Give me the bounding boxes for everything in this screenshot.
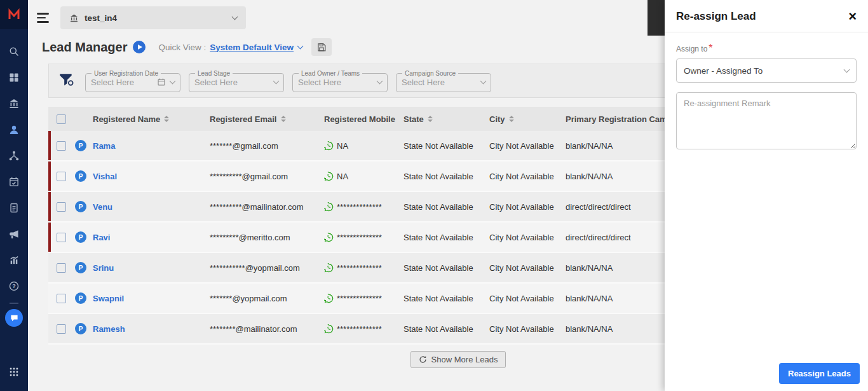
select-all-checkbox[interactable] [57,114,66,124]
institution-icon[interactable] [0,90,28,116]
whatsapp-icon[interactable] [324,172,334,181]
required-asterisk: * [709,43,712,53]
filter-placeholder: Select Here [402,78,445,87]
lead-type-badge: P [75,201,86,212]
masked-email: *******@gmail.com [210,141,278,151]
workflow-icon[interactable] [0,142,28,168]
filter-dropdown[interactable]: Campaign Source Select Here [396,70,491,92]
filter-placeholder: Select Here [298,78,341,87]
whatsapp-icon[interactable] [324,324,334,334]
svg-text:?: ? [12,283,16,289]
leads-icon[interactable] [0,116,28,142]
workspace-name: test_in4 [85,13,117,23]
sort-icon[interactable] [509,116,514,123]
column-header[interactable]: Registered Name [93,114,210,124]
calendar-icon[interactable] [0,168,28,195]
cell-registered-name: Vishal [93,172,210,181]
documents-icon[interactable] [0,195,28,221]
sort-icon[interactable] [281,116,286,123]
column-label: Registered Name [93,114,160,124]
sidebar: ? [0,0,28,391]
row-checkbox[interactable] [57,263,66,273]
cell-registered-name: Ravi [93,233,210,242]
sort-icon[interactable] [164,116,169,123]
row-checkbox[interactable] [57,172,66,181]
whatsapp-icon[interactable] [324,263,334,273]
search-icon[interactable] [0,38,28,64]
row-checkbox-cell [48,141,74,151]
filter-dropdown[interactable]: Lead Owner / Teams Select Here [292,70,388,92]
assign-to-select[interactable]: Owner - Assigned To [676,58,857,83]
masked-email: ***********@yopmail.com [210,263,300,273]
marketing-icon[interactable] [0,221,28,247]
whatsapp-icon[interactable] [324,141,334,151]
cell-registered-name: Ramesh [93,324,210,334]
overlay-dark-strip [648,0,665,36]
save-view-button[interactable] [311,38,332,56]
brand-logo[interactable] [0,0,28,29]
cell-state: State Not Available [403,294,489,303]
quick-view-selector[interactable]: System Default View [210,43,302,52]
lead-name-link[interactable]: Venu [93,202,112,212]
cell-registered-email: *******@yopmail.com [210,294,324,303]
row-checkbox[interactable] [57,294,66,303]
lead-name-link[interactable]: Srinu [93,263,114,273]
advanced-filter-icon[interactable] [58,71,74,90]
help-icon[interactable]: ? [0,273,28,299]
filter-label: User Registration Date [92,70,161,77]
cell-registered-email: ********@mailinator.com [210,324,324,334]
lead-name-link[interactable]: Ramesh [93,324,125,334]
whatsapp-icon[interactable] [324,202,334,212]
cell-state: State Not Available [403,141,489,151]
chevron-down-icon [170,78,176,84]
reassign-leads-button[interactable]: Reassign Leads [779,363,860,384]
lead-type-badge: P [75,292,86,304]
column-label: City [489,114,505,124]
lead-name-link[interactable]: Vishal [93,172,117,181]
column-header[interactable]: Registered Mobile [324,114,403,124]
column-header[interactable]: State [403,114,489,124]
filter-label: Lead Owner / Teams [299,70,362,77]
apps-grid-icon[interactable] [0,359,28,385]
filter-dropdown[interactable]: User Registration Date Select Here [85,70,180,92]
masked-mobile: NA [337,172,348,181]
whatsapp-icon[interactable] [324,233,334,242]
quick-view-value: System Default View [210,43,294,52]
institution-small-icon [69,13,79,23]
masked-mobile: ************** [337,202,382,212]
cell-registered-mobile: ************** [324,263,403,273]
menu-toggle-icon[interactable] [37,13,49,22]
workspace-selector[interactable]: test_in4 [60,6,246,29]
cell-registered-mobile: ************** [324,324,403,334]
filter-dropdown[interactable]: Lead Stage Select Here [189,70,284,92]
row-checkbox[interactable] [57,233,66,242]
chat-button[interactable] [5,309,23,327]
row-checkbox-cell [48,324,74,334]
masked-email: *********@meritto.com [210,233,290,242]
masked-email: ********@mailinator.com [210,324,297,334]
row-checkbox[interactable] [57,202,66,212]
chevron-down-icon [232,13,238,20]
row-checkbox[interactable] [57,324,66,334]
show-more-leads-button[interactable]: Show More Leads [410,351,506,368]
row-checkbox[interactable] [57,141,66,151]
dashboard-icon[interactable] [0,64,28,90]
masked-mobile: NA [337,141,348,151]
sort-icon[interactable] [428,116,433,123]
panel-title: Re-assign Lead [676,10,756,23]
close-icon[interactable]: × [848,10,857,24]
lead-name-link[interactable]: Swapnil [93,294,124,303]
cell-registered-name: Venu [93,202,210,212]
whatsapp-icon[interactable] [324,294,334,303]
column-header[interactable]: Registered Email [210,114,324,124]
reports-icon[interactable] [0,247,28,273]
play-tour-button[interactable] [133,41,146,53]
lead-name-link[interactable]: Ravi [93,233,110,242]
lead-name-link[interactable]: Rama [93,141,115,151]
brand-m-icon [7,8,21,22]
reassignment-remark-input[interactable] [676,92,857,149]
cell-registered-email: *********@meritto.com [210,233,324,242]
cell-city: City Not Available [489,294,566,303]
cell-city: City Not Available [489,233,566,242]
column-header[interactable]: City [489,114,566,124]
